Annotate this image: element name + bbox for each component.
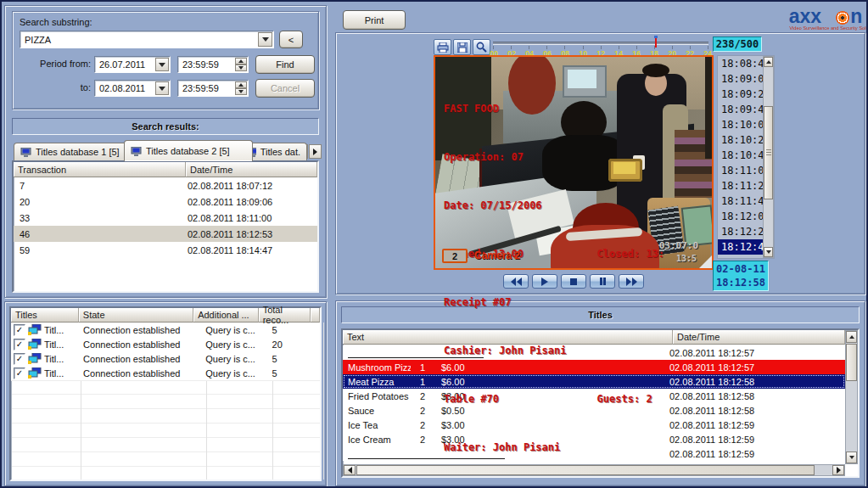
transaction-row-selected[interactable]: 4602.08.2011 18:12:53 [14,226,317,242]
search-input-value: PIZZA [25,35,51,45]
find-button[interactable]: Find [255,55,315,74]
connection-row[interactable]: ✓ Titl... Connection established Query i… [11,366,320,381]
column-header-filler [311,308,320,323]
back-button[interactable]: < [279,31,303,48]
axxon-logo: axxn Video Surveillance and Security Sol… [787,7,864,36]
timestamp-item[interactable]: 18:12:28 [718,224,763,239]
time-from-field[interactable]: 23:59:59 [177,56,249,73]
transactions-table-header: Transaction Date/Time [14,162,317,177]
checkbox-checked[interactable]: ✓ [14,367,25,379]
scrollbar-thumb[interactable] [846,344,857,381]
scroll-up-button[interactable] [764,57,773,67]
current-date: 02-08-11 [716,262,765,276]
tab-titles-database-2[interactable]: Titles database 2 [5] [124,140,253,161]
checkbox-checked[interactable]: ✓ [14,353,25,365]
timestamp-item[interactable]: 18:12:07 [718,209,763,224]
timestamp-item[interactable]: 18:11:27 [718,178,763,194]
timestamp-item[interactable]: 18:09:45 [718,102,763,117]
scroll-left-button[interactable] [344,465,356,475]
current-time: 18:12:58 [716,276,765,289]
time-from-spinner[interactable] [235,58,247,71]
monitor-icon [131,147,142,156]
period-from-label: Period from: [18,59,91,69]
frame-counter: 238/500 [713,36,762,52]
timestamp-item[interactable]: 18:10:26 [718,132,763,148]
titles-database-icon [28,367,42,379]
timestamp-item[interactable]: 18:11:06 [718,163,763,178]
titles-vertical-scrollbar[interactable] [845,330,858,464]
transactions-table: Transaction Date/Time 702.08.2011 18:07:… [12,160,319,293]
time-to-spinner[interactable] [235,81,247,95]
date-to-field[interactable]: 02.08.2011 [94,80,171,97]
date-to-dropdown-button[interactable] [155,81,169,95]
column-header-state[interactable]: State [79,308,193,323]
checkbox-checked[interactable]: ✓ [14,324,25,336]
date-from-field[interactable]: 26.07.2011 [94,56,171,73]
search-input[interactable]: PIZZA [20,31,274,48]
save-icon [457,42,468,53]
video-frame[interactable]: FAST FOOD Operation: 07 Date: 07/15/2006… [434,55,714,270]
titles-database-icon [28,339,42,350]
logo-tagline: Video Surveillance and Security Solution… [789,25,862,31]
column-header-transaction[interactable]: Transaction [14,162,186,177]
spin-up-icon[interactable] [235,81,247,88]
column-header-datetime[interactable]: Date/Time [186,162,317,177]
timestamp-list[interactable]: 18:08:44 18:09:04 18:09:25 18:09:45 18:1… [717,55,775,259]
scroll-down-button[interactable] [764,247,773,257]
column-header-titles[interactable]: Titles [11,308,79,323]
resize-grip-icon [699,255,712,268]
scroll-up-button[interactable] [846,331,857,343]
timestamp-item-selected[interactable]: 18:12:48 [718,239,763,255]
timestamp-item[interactable]: 18:09:04 [718,71,763,87]
spin-down-icon[interactable] [235,88,247,95]
connection-row[interactable]: ✓ Titl... Connection established Query i… [11,337,320,352]
timestamp-item[interactable]: 18:11:47 [718,194,763,209]
print-frame-button[interactable] [434,39,451,55]
scroll-down-button[interactable] [846,452,857,463]
time-to-field[interactable]: 23:59:59 [177,80,249,97]
timestamp-item[interactable]: 18:13:08 [718,255,763,259]
spin-up-icon[interactable] [235,58,247,65]
scroll-right-button[interactable] [832,465,844,475]
print-icon [437,42,449,53]
transaction-row[interactable]: 5902.08.2011 18:14:47 [14,242,317,258]
titles-database-icon [28,324,42,335]
transaction-row[interactable]: 2002.08.2011 18:09:06 [14,194,317,210]
arrow-right-icon [837,467,841,474]
scrollbar-thumb[interactable] [764,106,773,199]
camera-label: Camera 2 [474,250,520,261]
player-panel: 00020406081012141618202224 238/500 [335,32,865,294]
connections-section-panel: Titles State Additional ... Total reco..… [4,301,327,486]
column-header-additional[interactable]: Additional ... [193,308,259,323]
date-from-dropdown-button[interactable] [155,58,169,71]
timestamp-scrollbar[interactable] [763,56,774,258]
spin-down-icon[interactable] [235,65,247,71]
tab-scroll-right-button[interactable] [309,144,322,159]
search-groupbox: Search substring: PIZZA < Period from: 2… [12,11,319,109]
timestamp-item[interactable]: 18:09:25 [718,87,763,102]
connection-row[interactable]: ✓ Titl... Connection established Query i… [11,351,320,367]
arrow-right-icon [313,149,317,155]
print-button[interactable]: Print [343,10,406,30]
column-header-total-records[interactable]: Total reco... [259,308,311,323]
chevron-down-icon [159,63,165,67]
search-section-panel: Search substring: PIZZA < Period from: 2… [4,5,327,298]
pos-overlay-text: FAST FOOD Operation: 07 Date: 07/15/2006… [444,69,710,488]
arrow-up-icon [766,60,771,64]
arrow-down-icon [849,456,854,459]
timeline-position-marker[interactable] [655,38,657,48]
cancel-button[interactable]: Cancel [255,79,315,98]
timestamp-item[interactable]: 18:10:05 [718,117,763,132]
current-datetime-box: 02-08-11 18:12:58 [713,261,769,291]
save-frame-button[interactable] [453,39,471,55]
timestamp-item[interactable]: 18:10:46 [718,148,763,163]
to-label: to: [18,82,91,93]
tab-titles-database-1[interactable]: Titles database 1 [5] [14,143,136,160]
search-substring-label: Search substring: [20,17,92,27]
arrow-up-icon [849,335,854,339]
search-dropdown-button[interactable] [258,32,272,47]
transaction-row[interactable]: 3302.08.2011 18:11:00 [14,210,317,226]
transaction-row[interactable]: 702.08.2011 18:07:12 [14,177,317,194]
checkbox-checked[interactable]: ✓ [14,339,25,351]
timestamp-item[interactable]: 18:08:44 [718,56,763,71]
